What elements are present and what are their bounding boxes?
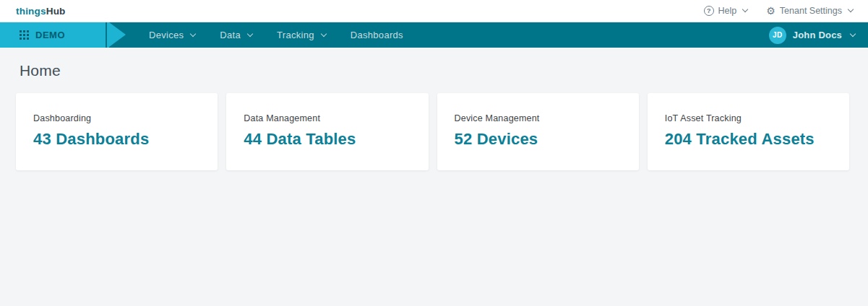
chevron-down-icon	[321, 31, 327, 37]
user-menu[interactable]: JD John Docs	[769, 22, 868, 48]
help-menu[interactable]: ? Help	[704, 6, 748, 16]
help-label: Help	[718, 6, 737, 16]
help-icon: ?	[704, 6, 714, 16]
summary-cards: Dashboarding 43 Dashboards Data Manageme…	[16, 93, 849, 170]
nav-item-label: Tracking	[277, 30, 314, 40]
chevron-down-icon	[742, 6, 748, 12]
nav-item-label: Data	[220, 30, 241, 40]
tenant-switcher[interactable]: DEMO	[0, 22, 106, 48]
card-iot-asset-tracking[interactable]: IoT Asset Tracking 204 Tracked Assets	[648, 93, 849, 170]
card-data-management[interactable]: Data Management 44 Data Tables	[226, 93, 428, 170]
nav-item-label: Devices	[149, 30, 184, 40]
brand-logo[interactable]: thingsHub	[16, 6, 66, 17]
nav-item-devices[interactable]: Devices	[149, 30, 195, 40]
card-value: 52 Devices	[455, 130, 622, 149]
chevron-down-icon	[848, 6, 854, 12]
card-dashboarding[interactable]: Dashboarding 43 Dashboards	[16, 93, 218, 170]
main-navbar: DEMO Devices Data Tracking Dashboards JD	[0, 22, 868, 48]
nav-item-tracking[interactable]: Tracking	[277, 30, 326, 40]
chevron-down-icon	[850, 31, 856, 37]
card-device-management[interactable]: Device Management 52 Devices	[437, 93, 639, 170]
app-root: thingsHub ? Help ⚙ Tenant Settings	[0, 0, 868, 306]
nav-item-data[interactable]: Data	[220, 30, 252, 40]
user-name: John Docs	[793, 30, 842, 40]
chevron-down-icon	[247, 31, 253, 37]
nav-item-dashboards[interactable]: Dashboards	[351, 30, 403, 40]
page-title: Home	[20, 62, 849, 79]
tenant-arrow-icon	[109, 22, 126, 47]
nav-item-label: Dashboards	[351, 30, 403, 40]
main-content: Home Dashboarding 43 Dashboards Data Man…	[0, 48, 868, 306]
card-value: 43 Dashboards	[33, 130, 200, 149]
brand-logo-primary: things	[16, 6, 46, 17]
tenant-settings-label: Tenant Settings	[780, 6, 842, 16]
card-label: Dashboarding	[33, 113, 200, 123]
tenant-label: DEMO	[35, 30, 65, 40]
brand-logo-secondary: Hub	[46, 6, 66, 17]
avatar: JD	[769, 27, 786, 44]
nav-items: Devices Data Tracking Dashboards	[149, 22, 403, 48]
card-label: IoT Asset Tracking	[665, 113, 832, 123]
topbar: thingsHub ? Help ⚙ Tenant Settings	[0, 0, 868, 22]
card-value: 44 Data Tables	[244, 130, 411, 149]
grid-icon	[20, 30, 29, 40]
card-label: Device Management	[455, 113, 622, 123]
card-value: 204 Tracked Assets	[665, 130, 832, 149]
card-label: Data Management	[244, 113, 411, 123]
chevron-down-icon	[190, 31, 196, 37]
gear-icon: ⚙	[766, 6, 775, 16]
tenant-settings-menu[interactable]: ⚙ Tenant Settings	[766, 6, 853, 16]
topbar-right: ? Help ⚙ Tenant Settings	[704, 6, 853, 16]
